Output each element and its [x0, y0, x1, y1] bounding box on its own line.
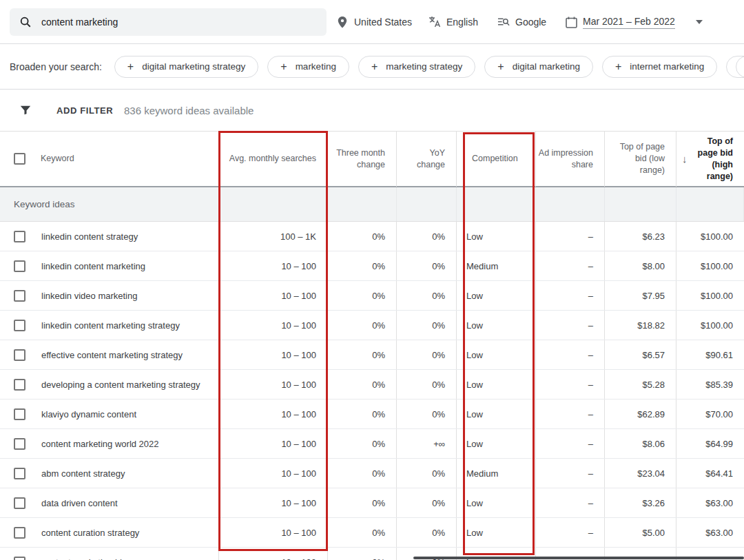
keyword-cell: linkedin content marketing strategy [0, 311, 219, 340]
table-row: linkedin content strategy100 – 1K0%0%Low… [0, 222, 744, 251]
bid-high-cell: $100.00 [676, 251, 744, 280]
competition-cell: Low [457, 518, 536, 547]
ad-impression-cell: – [536, 370, 605, 399]
table-row: content curation strategy10 – 1000%0%Low… [0, 518, 744, 548]
header-ad-impression-share[interactable]: Ad impression share [536, 132, 605, 187]
keyword-text: data driven content [41, 498, 118, 508]
header-top-page-bid-high[interactable]: ↓ Top of page bid (high range) [676, 132, 744, 187]
chip-label: digital marketing strategy [142, 61, 245, 72]
row-checkbox[interactable] [14, 231, 25, 242]
filter-funnel-icon[interactable] [19, 104, 32, 116]
row-checkbox[interactable] [14, 260, 25, 272]
broaden-search-bar: Broaden your search: +digital marketing … [0, 44, 744, 90]
header-top-page-bid-low[interactable]: Top of page bid (low range) [605, 132, 676, 187]
ad-impression-cell: – [536, 251, 605, 280]
keyword-text: content marketing ideas [41, 557, 136, 560]
table-row: abm content strategy10 – 1000%0%Medium–$… [0, 459, 744, 488]
location-selector[interactable]: United States [336, 0, 412, 44]
table-row: content marketing world 202210 – 1000%+∞… [0, 429, 744, 459]
header-avg-monthly-searches[interactable]: Avg. monthly searches [219, 132, 328, 187]
calendar-icon [565, 16, 577, 28]
broaden-chip[interactable]: +internet marketing [602, 56, 717, 78]
keyword-cell: developing a content marketing strategy [0, 370, 219, 399]
three-month-cell: 0% [328, 251, 397, 280]
header-yoy-change[interactable]: YoY change [397, 132, 457, 187]
bid-low-cell: $8.00 [605, 251, 676, 280]
keyword-table: Keyword Avg. monthly searches Three mont… [0, 131, 744, 560]
sort-descending-icon: ↓ [682, 152, 688, 166]
broaden-label: Broaden your search: [10, 61, 102, 72]
row-checkbox[interactable] [14, 468, 25, 479]
competition-cell: Low [457, 488, 536, 517]
competition-cell: Medium [457, 251, 536, 280]
bid-high-cell: $100.00 [676, 281, 744, 310]
language-label: English [446, 17, 478, 28]
table-row: linkedin video marketing10 – 1000%0%Low–… [0, 281, 744, 311]
keyword-cell: effective content marketing strategy [0, 340, 219, 369]
broaden-chip[interactable]: +digital marketing strategy [114, 56, 258, 78]
date-range-selector[interactable]: Mar 2021 – Feb 2022 [565, 0, 703, 44]
keyword-cell: content marketing world 2022 [0, 429, 219, 458]
chip-label: digital marketing [513, 61, 580, 72]
row-checkbox[interactable] [14, 497, 25, 509]
competition-cell: Low [457, 429, 536, 458]
header-bid-high-label: Top of page bid (high range) [693, 136, 734, 183]
header-three-month-change[interactable]: Three month change [328, 132, 397, 187]
plus-icon: + [371, 61, 378, 73]
location-label: United States [354, 17, 412, 28]
bid-high-cell: $85.39 [676, 370, 744, 399]
select-all-checkbox[interactable] [14, 153, 25, 165]
top-bar: content marketing United States English [0, 0, 744, 44]
bid-high-cell: $90.61 [676, 340, 744, 369]
keyword-cell: content marketing ideas [0, 548, 219, 560]
keyword-cell: content curation strategy [0, 518, 219, 547]
horizontal-scrollbar[interactable] [413, 557, 744, 559]
broaden-chip[interactable]: +marketing strategy [358, 56, 475, 78]
row-checkbox[interactable] [14, 349, 25, 361]
header-competition[interactable]: Competition [457, 132, 536, 187]
language-selector[interactable]: English [428, 0, 478, 44]
bid-high-cell: $100.00 [676, 311, 744, 340]
broaden-chip[interactable]: +digital marketing [484, 56, 593, 78]
avg-cell: 10 – 100 [219, 429, 328, 458]
header-keyword-label: Keyword [41, 153, 74, 165]
keyword-text: linkedin content marketing [41, 261, 145, 271]
avg-cell: 10 – 100 [219, 311, 328, 340]
filter-bar: ADD FILTER 836 keyword ideas available [0, 90, 744, 131]
row-checkbox[interactable] [14, 557, 25, 560]
three-month-cell: 0% [328, 340, 397, 369]
three-month-cell: 0% [328, 281, 397, 310]
yoy-cell: +∞ [397, 429, 457, 458]
network-label: Google [515, 17, 546, 28]
row-checkbox[interactable] [14, 527, 25, 539]
avg-cell: 10 – 100 [219, 459, 328, 488]
keyword-cell: linkedin content marketing [0, 251, 219, 280]
broaden-chip[interactable]: +marketing [267, 56, 349, 78]
bid-low-cell: $5.28 [605, 370, 676, 399]
network-selector[interactable]: Google [497, 0, 546, 44]
header-keyword[interactable]: Keyword [0, 132, 219, 187]
bid-low-cell: $18.82 [605, 311, 676, 340]
keyword-search-input[interactable]: content marketing [10, 8, 327, 36]
keyword-text: linkedin content marketing strategy [41, 320, 180, 331]
ideas-count-text: 836 keyword ideas available [124, 105, 254, 116]
table-row: linkedin content marketing strategy10 – … [0, 311, 744, 340]
row-checkbox[interactable] [14, 379, 25, 391]
ad-impression-cell: – [536, 488, 605, 517]
table-row: linkedin content marketing10 – 1000%0%Me… [0, 251, 744, 281]
row-checkbox[interactable] [14, 438, 25, 450]
chevron-down-icon[interactable] [696, 20, 703, 24]
section-row-keyword-ideas: Keyword ideas [0, 187, 744, 222]
keyword-text: abm content strategy [41, 468, 125, 479]
keyword-text: linkedin content strategy [41, 231, 138, 242]
row-checkbox[interactable] [14, 408, 25, 420]
bid-high-cell: $100.00 [676, 222, 744, 251]
three-month-cell: 0% [328, 488, 397, 517]
three-month-cell: 0% [328, 370, 397, 399]
add-filter-button[interactable]: ADD FILTER [56, 105, 113, 116]
row-checkbox[interactable] [14, 320, 25, 331]
row-checkbox[interactable] [14, 290, 25, 302]
avg-cell: 10 – 100 [219, 518, 328, 547]
keyword-text: effective content marketing strategy [41, 350, 183, 360]
competition-cell: Medium [457, 459, 536, 488]
